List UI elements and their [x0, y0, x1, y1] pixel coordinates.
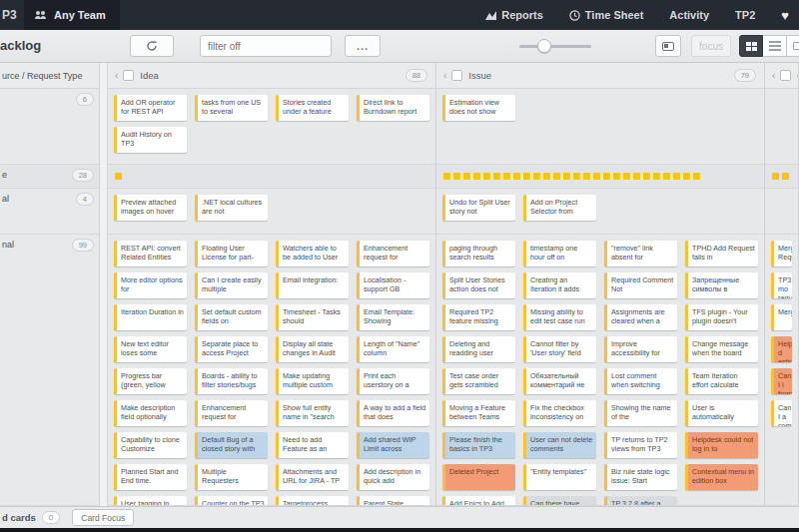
collapsed-card-dot[interactable]	[653, 173, 660, 180]
card[interactable]: Make updating multiple custom	[276, 368, 349, 394]
card[interactable]: Add shared WIP Limit across	[357, 432, 429, 458]
sidebar-lane-row[interactable]: e28	[0, 165, 99, 188]
card[interactable]: Estimation view does not show	[442, 95, 515, 121]
card[interactable]: Show full entity name in "search	[276, 400, 349, 426]
card[interactable]: Capability to clone Customize	[114, 432, 187, 458]
card[interactable]: Targetprocess	[276, 496, 349, 506]
collapsed-card-dot[interactable]	[513, 173, 520, 180]
card[interactable]: New text editor loses some	[114, 336, 187, 362]
card[interactable]: Can I a comm	[771, 400, 792, 426]
card[interactable]: Parent State	[357, 496, 429, 506]
card[interactable]: Showing the name of the	[604, 400, 677, 426]
card[interactable]: More editor options for	[114, 272, 187, 298]
collapsed-card-dot[interactable]	[463, 173, 470, 180]
card[interactable]: Add description in quick add	[357, 464, 429, 490]
collapse-chevron-icon[interactable]: ‹	[443, 70, 446, 81]
card[interactable]: Запрещенные символы в	[685, 272, 758, 298]
view-timeline-button[interactable]	[787, 35, 799, 57]
column-checkbox[interactable]	[123, 70, 134, 81]
card-focus-button[interactable]: Card Focus	[72, 509, 134, 526]
card[interactable]: Lost comment when switching	[604, 368, 677, 394]
card[interactable]: Team Iteration effort calculate	[685, 368, 758, 394]
card[interactable]: Deleted Project	[442, 464, 515, 490]
sidebar-lane-row[interactable]: nal99	[0, 235, 99, 505]
card[interactable]: Boards - ability to filter stories/bugs	[195, 368, 268, 394]
card[interactable]: Help d estima	[771, 336, 792, 362]
sidebar-lane-row[interactable]: al4	[0, 189, 99, 234]
card[interactable]: Undo for Split User story not	[442, 195, 515, 221]
card[interactable]: Assignments are cleared when a	[604, 304, 677, 330]
card[interactable]: Print each userstory on a	[357, 368, 429, 394]
card[interactable]: Make description field optionally	[114, 400, 187, 426]
collapsed-card-dot[interactable]	[623, 173, 630, 180]
collapsed-card-dot[interactable]	[583, 173, 590, 180]
card[interactable]: Email integration:	[276, 272, 349, 298]
collapsed-card-dot[interactable]	[772, 173, 779, 180]
collapsed-card-dot[interactable]	[603, 173, 610, 180]
collapsed-card-dot[interactable]	[543, 173, 550, 180]
column-checkbox[interactable]	[451, 70, 462, 81]
card[interactable]: Counter on the TP3 P	[195, 496, 268, 506]
card[interactable]: Moving a Feature between Teams	[442, 400, 515, 426]
card[interactable]: Required TP2 feature missing	[442, 304, 515, 330]
collapsed-card-dot[interactable]	[633, 173, 640, 180]
nav-tp2[interactable]: TP2	[735, 9, 755, 21]
card[interactable]: Set default custom fields on	[195, 304, 268, 330]
collapsed-card-dot[interactable]	[473, 173, 480, 180]
card[interactable]: Separate place to access Project	[195, 336, 268, 362]
heart-icon[interactable]: ♥	[781, 8, 789, 23]
card[interactable]: Contextual menu in edition box	[685, 464, 758, 490]
card[interactable]: Creating an Iteration it adds	[523, 272, 596, 298]
card[interactable]: Watchers able to be added to User	[276, 241, 349, 266]
card[interactable]: TFS plugin - Your plugin doesn't	[685, 304, 758, 330]
card[interactable]: Add Epics to Add	[442, 496, 515, 506]
collapsed-card-dot[interactable]	[593, 173, 600, 180]
card[interactable]: Enhancement request for	[357, 241, 429, 266]
card[interactable]: REST API: convert Related Entities	[114, 241, 187, 266]
card[interactable]: .NET local cultures are not	[195, 195, 268, 221]
refresh-button[interactable]	[130, 35, 174, 57]
card[interactable]: Need to add Feature as an	[276, 432, 349, 458]
card[interactable]: Enhancement request for	[195, 400, 268, 426]
collapsed-card-dot[interactable]	[483, 173, 490, 180]
view-grid-button[interactable]	[739, 35, 763, 57]
card[interactable]: Deleting and readding user	[442, 336, 515, 362]
card[interactable]: Iteration Duration in	[114, 304, 187, 330]
collapsed-card-dot[interactable]	[663, 173, 670, 180]
team-selector[interactable]: Any Team	[24, 0, 120, 30]
card-size-slider[interactable]	[519, 45, 591, 48]
card[interactable]: Merge	[771, 304, 792, 330]
collapsed-card-dot[interactable]	[643, 173, 650, 180]
card[interactable]: Floating User License for part-	[195, 241, 268, 266]
collapsed-card-dot[interactable]	[523, 173, 530, 180]
collapsed-card-dot[interactable]	[563, 173, 570, 180]
nav-activity[interactable]: Activity	[669, 9, 709, 21]
collapsed-card-dot[interactable]	[453, 173, 460, 180]
collapsed-card-dot[interactable]	[573, 173, 580, 180]
collapse-chevron-icon[interactable]: ‹	[772, 70, 775, 81]
nav-reports[interactable]: Reports	[485, 9, 543, 21]
card[interactable]: TP returns to TP2 views from TP3	[604, 432, 677, 458]
view-list-button[interactable]	[763, 35, 787, 57]
card[interactable]: TP 3.2.8 after a	[604, 496, 677, 506]
focus-button[interactable]: focus	[691, 35, 731, 57]
card[interactable]: Add on Project Selector from	[523, 195, 596, 221]
collapsed-card-dot[interactable]	[782, 173, 789, 180]
card[interactable]: Please finish the basics in TP3	[442, 432, 515, 458]
card[interactable]: Email Template: Showing	[357, 304, 429, 330]
card[interactable]: Missing ability to edit test case run	[523, 304, 596, 330]
card[interactable]: timestamp one hour off on	[523, 241, 596, 266]
card[interactable]: tasks from one US to several	[195, 95, 268, 121]
nav-time-sheet[interactable]: Time Sheet	[569, 9, 644, 21]
card[interactable]: A way to add a field that does	[357, 400, 429, 426]
collapsed-card-dot[interactable]	[115, 173, 122, 180]
collapsed-card-dot[interactable]	[673, 173, 680, 180]
card[interactable]: Preview attached images on hover	[114, 195, 187, 221]
card[interactable]: Add OR operator for REST API	[114, 95, 187, 121]
card[interactable]: Change message when the board	[685, 336, 758, 362]
card[interactable]: Length of "Name" column	[357, 336, 429, 362]
card[interactable]: Multiple Requesters	[195, 464, 268, 490]
card[interactable]: Stories created under a feature	[276, 95, 349, 121]
collapsed-card-dot[interactable]	[683, 173, 690, 180]
card[interactable]: "Entity templates"	[523, 464, 596, 490]
